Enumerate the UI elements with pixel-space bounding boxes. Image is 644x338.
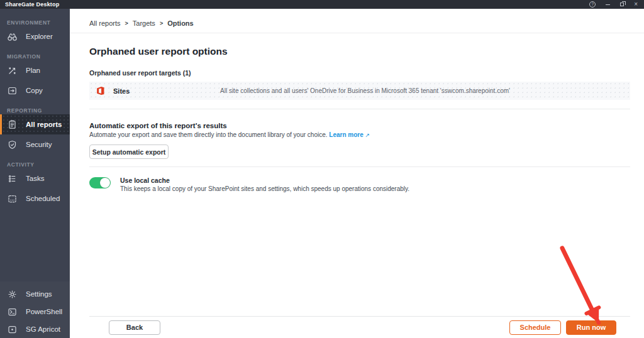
section-label-environment: ENVIRONMENT <box>7 19 70 26</box>
section-label-migration: MIGRATION <box>7 53 70 60</box>
gear-icon <box>7 289 18 300</box>
local-cache-title: Use local cache <box>120 177 409 184</box>
content-body: Orphaned user report options Orphaned us… <box>70 33 644 338</box>
main-content: All reports > Targets > Options Orphaned… <box>70 9 644 338</box>
apricot-icon <box>7 324 18 335</box>
section-label-reporting: REPORTING <box>7 107 70 114</box>
local-cache-text: Use local cache This keeps a local copy … <box>120 177 409 192</box>
sidebar-item-label: SG Apricot <box>26 325 60 333</box>
copy-icon <box>7 85 18 96</box>
sidebar-item-tasks[interactable]: Tasks <box>0 168 70 188</box>
run-now-button[interactable]: Run now <box>566 320 616 335</box>
app-title: ShareGate Desktop <box>0 1 59 8</box>
sidebar-item-powershell[interactable]: PowerShell ↗ <box>0 303 70 320</box>
sidebar-item-plan[interactable]: Plan <box>0 60 70 80</box>
powershell-icon <box>7 307 18 317</box>
section-label-activity: ACTIVITY <box>7 161 70 168</box>
help-icon: ? <box>589 1 596 8</box>
sidebar-item-label: Security <box>26 141 52 148</box>
sidebar-item-label: Plan <box>26 67 40 74</box>
window-titlebar: ShareGate Desktop ? × <box>0 0 644 9</box>
target-row-sites[interactable]: Sites All site collections and all users… <box>89 82 630 100</box>
sidebar-item-label: Copy <box>26 87 43 94</box>
task-list-icon <box>7 173 18 184</box>
sidebar-item-scheduled[interactable]: Scheduled <box>0 188 70 209</box>
breadcrumb-options: Options <box>167 19 194 27</box>
sidebar-item-explorer[interactable]: Explorer <box>0 26 70 46</box>
footer-right-buttons: Schedule Run now <box>509 320 616 335</box>
schedule-button[interactable]: Schedule <box>509 320 561 335</box>
report-clipboard-icon <box>7 119 18 130</box>
breadcrumb-separator: > <box>125 20 128 26</box>
page-title: Orphaned user report options <box>89 46 630 57</box>
local-cache-description: This keeps a local copy of your SharePoi… <box>120 185 409 192</box>
toggle-knob <box>100 178 110 188</box>
learn-more-link[interactable]: Learn more <box>329 131 363 138</box>
binoculars-icon <box>7 31 18 42</box>
sidebar-item-settings[interactable]: Settings <box>0 285 70 303</box>
section-divider <box>89 109 630 109</box>
footer-action-bar: Back Schedule Run now <box>89 316 630 338</box>
local-cache-toggle[interactable] <box>89 177 111 188</box>
breadcrumb: All reports > Targets > Options <box>70 9 644 33</box>
sidebar: ENVIRONMENT Explorer MIGRATION Plan Copy <box>0 9 70 338</box>
close-button[interactable]: × <box>634 0 638 9</box>
sidebar-item-sg-apricot[interactable]: SG Apricot <box>0 320 70 338</box>
minimize-icon <box>606 4 610 5</box>
external-link-icon: ↗ <box>365 132 370 138</box>
scheduled-icon <box>7 194 18 204</box>
local-cache-setting: Use local cache This keeps a local copy … <box>89 177 630 192</box>
sidebar-item-all-reports[interactable]: All reports <box>0 114 70 134</box>
setup-automatic-export-button[interactable]: Setup automatic export <box>89 144 169 159</box>
window-controls: ? × <box>589 0 644 9</box>
sidebar-item-label: All reports <box>26 121 62 128</box>
sidebar-nav: ENVIRONMENT Explorer MIGRATION Plan Copy <box>0 9 70 281</box>
sidebar-item-label: PowerShell <box>26 308 62 315</box>
breadcrumb-all-reports[interactable]: All reports <box>89 19 121 27</box>
sidebar-item-label: Tasks <box>26 175 44 182</box>
restore-icon <box>620 3 624 6</box>
back-button[interactable]: Back <box>109 320 160 335</box>
sidebar-item-label: Scheduled <box>26 195 60 202</box>
minimize-button[interactable] <box>606 4 610 5</box>
sidebar-item-label: Settings <box>26 290 52 298</box>
shield-icon <box>7 139 18 150</box>
plan-arrows-icon <box>7 65 18 76</box>
sidebar-footer: Settings PowerShell ↗ SG Apricot <box>0 281 70 338</box>
office365-icon <box>96 86 105 95</box>
export-description-text: Automate your export and save them direc… <box>89 131 328 138</box>
breadcrumb-targets[interactable]: Targets <box>133 19 155 27</box>
breadcrumb-separator: > <box>160 20 163 26</box>
sidebar-item-security[interactable]: Security <box>0 134 70 155</box>
sidebar-item-copy[interactable]: Copy <box>0 80 70 101</box>
restore-button[interactable] <box>620 3 624 6</box>
section-divider <box>89 166 630 167</box>
export-description: Automate your export and save them direc… <box>89 131 630 138</box>
export-heading: Automatic export of this report's result… <box>89 122 630 129</box>
help-button[interactable]: ? <box>589 1 596 8</box>
sidebar-item-label: Explorer <box>26 33 53 40</box>
targets-heading: Orphaned user report targets (1) <box>89 69 630 77</box>
target-description: All site collections and all users' OneD… <box>220 87 510 94</box>
target-name: Sites <box>96 86 220 95</box>
target-name-label: Sites <box>113 87 130 95</box>
